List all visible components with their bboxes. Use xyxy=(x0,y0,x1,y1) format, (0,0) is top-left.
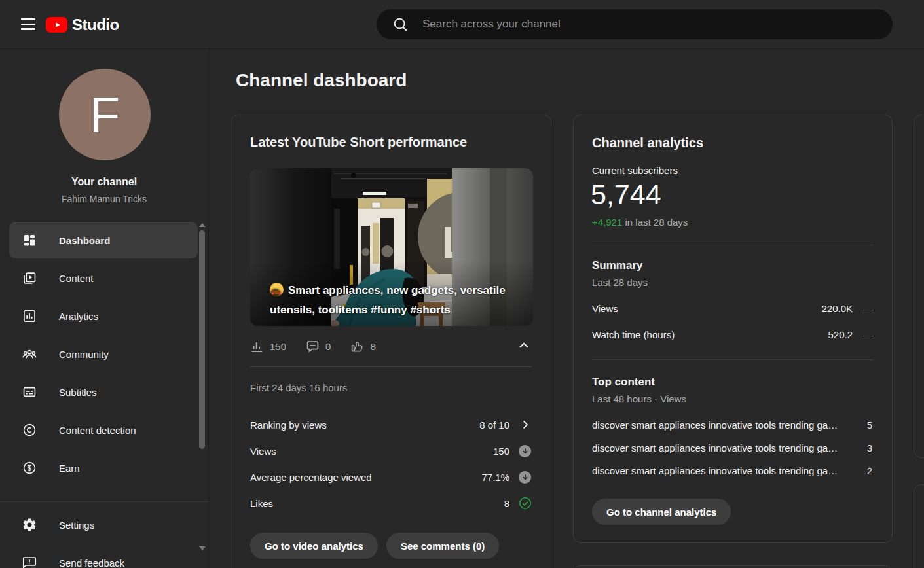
go-to-video-analytics-button[interactable]: Go to video analytics xyxy=(250,533,378,559)
short-performance-card: Latest YouTube Short performance xyxy=(231,115,551,568)
sidebar-item-content[interactable]: Content xyxy=(9,260,198,296)
trend-down-icon xyxy=(519,445,531,457)
summary-period: Last 28 days xyxy=(592,277,648,289)
top-content-row[interactable]: discover smart appliances innovative too… xyxy=(592,459,872,482)
sidebar-item-label: Analytics xyxy=(59,311,98,322)
sidebar-item-send-feedback[interactable]: Send feedback xyxy=(9,544,198,568)
search-bar[interactable] xyxy=(377,9,893,39)
sidebar-item-label: Content detection xyxy=(59,425,136,436)
channel-name: Fahim Mamun Tricks xyxy=(0,194,208,204)
top-content-period: Last 48 hours · Views xyxy=(592,393,686,405)
sidebar-item-content-detection[interactable]: Content detection xyxy=(9,412,198,448)
card-divider xyxy=(592,359,874,360)
top-content-row[interactable]: discover smart appliances innovative too… xyxy=(592,414,872,436)
gear-icon xyxy=(22,517,37,533)
likes-stat: 8 xyxy=(350,340,375,353)
trend-flat-icon: — xyxy=(862,303,874,314)
summary-heading: Summary xyxy=(592,259,642,272)
sidebar-item-label: Earn xyxy=(59,463,80,474)
sidebar-item-subtitles[interactable]: Subtitles xyxy=(9,374,198,410)
card-actions: Go to video analytics See comments (0) xyxy=(250,533,499,559)
metric-row-ranking[interactable]: Ranking by views 8 of 10 xyxy=(250,412,532,438)
chevron-right-icon xyxy=(518,418,532,432)
thumbs-up-icon xyxy=(350,340,364,353)
summary-row-watch-time: Watch time (hours) 520.2 — xyxy=(592,321,874,347)
partial-card-right-bottom xyxy=(914,484,924,568)
video-title-line2: utensils, toolitems #funny #shorts xyxy=(270,300,524,320)
sidebar-item-label: Content xyxy=(59,273,94,284)
summary-rows: Views 220.0K — Watch time (hours) 520.2 … xyxy=(592,295,874,347)
search-input[interactable] xyxy=(422,18,893,31)
sidebar-item-earn[interactable]: Earn xyxy=(9,450,198,486)
metrics-list: Ranking by views 8 of 10 Views 150 Avera… xyxy=(250,412,532,516)
card-divider xyxy=(592,245,874,245)
top-content-heading: Top content xyxy=(592,376,655,389)
sidebar-scrollbar[interactable] xyxy=(198,221,206,551)
comments-count: 0 xyxy=(325,341,331,352)
sidebar-item-analytics[interactable]: Analytics xyxy=(9,298,198,334)
channel-analytics-card: Channel analytics Current subscribers 5,… xyxy=(573,115,893,543)
trend-flat-icon: — xyxy=(862,329,874,340)
likes-count: 8 xyxy=(370,341,375,352)
sidebar-divider xyxy=(0,501,208,502)
top-content-row[interactable]: discover smart appliances innovative too… xyxy=(592,436,872,459)
topbar: Studio xyxy=(0,0,924,49)
sidebar-item-settings[interactable]: Settings xyxy=(9,506,198,543)
delta-suffix: in last 28 days xyxy=(625,217,688,228)
youtube-studio-app: Studio F Your channel Fahim Mamun Tricks… xyxy=(0,0,924,568)
partial-card-below xyxy=(573,565,893,568)
card-title: Channel analytics xyxy=(592,135,703,151)
summary-row-views: Views 220.0K — xyxy=(592,295,874,321)
metric-row-likes[interactable]: Likes 8 xyxy=(250,490,532,516)
dollar-icon xyxy=(22,460,37,476)
subscribers-label: Current subscribers xyxy=(592,166,678,176)
card-title: Latest YouTube Short performance xyxy=(250,135,467,150)
sidebar-nav: Dashboard Content Analytics Community xyxy=(0,221,208,488)
feedback-icon xyxy=(22,555,37,568)
star-struck-emoji: 🤩 xyxy=(270,283,284,296)
scroll-up-arrow-icon[interactable] xyxy=(199,223,206,227)
content-icon xyxy=(22,270,37,286)
subscribers-count: 5,744 xyxy=(591,180,661,209)
sidebar: F Your channel Fahim Mamun Tricks Dashbo… xyxy=(0,49,209,568)
card-divider xyxy=(250,366,532,367)
views-stat: 150 xyxy=(250,340,286,353)
chevron-up-icon[interactable] xyxy=(516,338,532,354)
sidebar-item-community[interactable]: Community xyxy=(9,336,198,372)
sidebar-item-dashboard[interactable]: Dashboard xyxy=(9,222,198,258)
channel-avatar[interactable]: F xyxy=(59,69,151,160)
views-count: 150 xyxy=(270,341,286,352)
sidebar-item-label: Settings xyxy=(59,520,94,531)
comment-icon xyxy=(306,340,320,353)
menu-icon[interactable] xyxy=(21,18,35,30)
search-icon[interactable] xyxy=(392,16,409,33)
subscribers-delta: +4,921 in last 28 days xyxy=(592,216,688,229)
views-chart-icon xyxy=(250,340,264,353)
metric-row-views[interactable]: Views 150 xyxy=(250,438,532,464)
community-icon xyxy=(22,346,37,362)
green-check-icon xyxy=(518,497,532,510)
performance-period: First 24 days 16 hours xyxy=(250,382,347,395)
logo-text: Studio xyxy=(72,16,119,34)
top-content-rows: discover smart appliances innovative too… xyxy=(592,414,872,482)
delta-value: +4,921 xyxy=(592,217,622,228)
video-stats-row: 150 0 8 xyxy=(250,336,532,356)
subtitles-icon xyxy=(22,384,37,400)
scroll-down-arrow-icon[interactable] xyxy=(199,546,206,550)
main-content: Channel dashboard Latest YouTube Short p… xyxy=(210,49,924,568)
dashboard-icon xyxy=(22,232,37,248)
copyright-icon xyxy=(22,422,37,438)
youtube-play-icon xyxy=(46,17,67,33)
sidebar-item-label: Subtitles xyxy=(59,387,97,398)
go-to-channel-analytics-button[interactable]: Go to channel analytics xyxy=(592,499,731,525)
video-thumbnail[interactable]: 🤩Smart appliances, new gadgets, versatil… xyxy=(250,168,533,326)
scrollbar-thumb[interactable] xyxy=(199,230,205,449)
youtube-studio-logo[interactable]: Studio xyxy=(46,16,119,34)
card-actions: Go to channel analytics xyxy=(592,499,731,525)
sidebar-item-label: Send feedback xyxy=(59,558,124,568)
page-title: Channel dashboard xyxy=(236,70,407,91)
see-comments-button[interactable]: See comments (0) xyxy=(386,533,499,559)
comments-stat: 0 xyxy=(306,340,331,353)
video-title-line1: Smart appliances, new gadgets, versatile xyxy=(288,284,506,296)
metric-row-avg-viewed[interactable]: Average percentage viewed 77.1% xyxy=(250,464,532,490)
